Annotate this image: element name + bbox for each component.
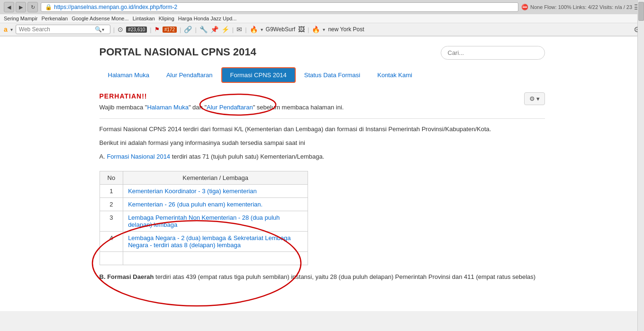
row1-link[interactable]: Kementerian Koordinator - 3 (tiga) kemen…: [128, 188, 257, 195]
toolbar-dropdown[interactable]: ▾: [10, 27, 13, 32]
page-wrapper: PORTAL NASIONAL CPNS 2014 Halaman Muka A…: [0, 36, 644, 311]
table-row-empty: [100, 252, 308, 265]
paragraph1: Formasi Nasional CPNS 2014 terdiri dari …: [100, 125, 545, 134]
browser-icons: ⛔ None Flow: 100% Links: 4/22 Visits: n/…: [521, 3, 640, 11]
nav-buttons: ◀ ▶ ↻: [4, 2, 38, 12]
tab-status-data[interactable]: Status Data Formasi: [296, 68, 369, 82]
section-a-text: A. Formasi Nasional 2014 terdiri atas 71…: [100, 152, 545, 162]
toolbar-puzzle-icon[interactable]: 🔧: [200, 26, 208, 33]
page-search-input[interactable]: [441, 46, 545, 60]
forward-button[interactable]: ▶: [16, 2, 26, 12]
new-york-post-label[interactable]: new York Post: [328, 26, 364, 33]
table-row: 2 Kementerian - 26 (dua puluh enam) keme…: [100, 198, 308, 211]
section-b-content: terdiri atas 439 (empat ratus tiga puluh…: [155, 273, 535, 280]
row3-label: Lembaga Pemerintah Non Kementerian - 28 …: [123, 211, 308, 232]
attention-text: Wajib membaca "Halaman Muka" dan "Alur P…: [100, 104, 545, 111]
toolbar-row: a ▾ 🔍 ▾ | ⊙ #23,610 | ⚑ #172 | 🔗 | 🔧 📌 ⚡…: [0, 23, 644, 36]
bookmarks-bar: Sering Mampir Perkenalan Google Adsense …: [0, 14, 644, 23]
toolbar-image-icon[interactable]: 🖼: [298, 26, 305, 33]
toolbar-circle-icon[interactable]: ⊙: [118, 26, 123, 33]
tab-formasi-cpns[interactable]: Formasi CPNS 2014: [221, 67, 296, 83]
bookmark-sering-mampir[interactable]: Sering Mampir: [4, 16, 38, 21]
row3-link[interactable]: Lembaga Pemerintah Non Kementerian - 28 …: [128, 214, 280, 228]
back-button[interactable]: ◀: [4, 2, 14, 12]
paragraph2: Berikut ini adalah formasi yang informas…: [100, 138, 545, 148]
row2-label: Kementerian - 26 (dua puluh enam) kement…: [123, 198, 308, 211]
bookmark-honda[interactable]: Harga Honda Jazz Upd...: [178, 16, 237, 21]
flow-info: None Flow: 100% Links: 4/22 Visits: n/a …: [530, 4, 632, 10]
refresh-button[interactable]: ↻: [27, 2, 38, 12]
toolbar-flash-icon[interactable]: ⚡: [221, 26, 229, 33]
table-row: 4 Lembaga Negara - 2 (dua) lembaga & Sek…: [100, 232, 308, 252]
row1-label: Kementerian Koordinator - 3 (tiga) kemen…: [123, 185, 308, 198]
toolbar-fire2-icon[interactable]: 🔥: [312, 26, 320, 33]
divider1: [100, 118, 545, 119]
web-search-input[interactable]: [19, 26, 95, 33]
link-halaman-muka[interactable]: Halaman Muka: [147, 104, 188, 111]
table-row: 1 Kementerian Koordinator - 3 (tiga) kem…: [100, 185, 308, 198]
row2-no: 2: [100, 198, 123, 211]
toolbar-dropdown2[interactable]: ▾: [261, 27, 263, 32]
link-alur-pendaftaran[interactable]: Alur Pendaftaran: [207, 104, 253, 111]
security-indicator: ⛔: [521, 4, 528, 10]
page-header: PORTAL NASIONAL CPNS 2014: [100, 46, 545, 60]
table-header-row: No Kementerian / Lembaga: [100, 171, 308, 185]
page-title: PORTAL NASIONAL CPNS 2014: [100, 46, 256, 58]
row2-link[interactable]: Kementerian - 26 (dua puluh enam) kement…: [128, 201, 263, 208]
tab-kontak-kami[interactable]: Kontak Kami: [369, 68, 421, 82]
table-row: 3 Lembaga Pemerintah Non Kementerian - 2…: [100, 211, 308, 232]
section-a-prefix: A.: [100, 153, 105, 160]
ssl-icon: 🔒: [45, 4, 52, 10]
badge-count2: #172: [163, 27, 177, 33]
row3-no: 3: [100, 211, 123, 232]
bookmark-lintaskan[interactable]: Lintaskan: [133, 16, 155, 21]
row4-label: Lembaga Negara - 2 (dua) lembaga & Sekre…: [123, 232, 308, 252]
attention-section: PERHATIAN!! Wajib membaca "Halaman Muka"…: [100, 92, 545, 111]
toolbar-sep1: |: [113, 26, 115, 33]
row4-link[interactable]: Lembaga Negara - 2 (dua) lembaga & Sekre…: [128, 234, 290, 249]
scrollbar[interactable]: [637, 0, 644, 311]
attention-title: PERHATIAN!!: [100, 92, 545, 100]
bookmark-google-adsense[interactable]: Google Adsense Mone...: [72, 16, 128, 21]
tab-halaman-muka[interactable]: Halaman Muka: [100, 68, 158, 82]
section-b-text: B. Formasi Daerah terdiri atas 439 (empa…: [100, 272, 545, 282]
toolbar-fire-icon[interactable]: 🔥: [250, 26, 258, 33]
address-bar[interactable]: 🔒 https://panselnas.menpan.go.id/index.p…: [41, 2, 518, 12]
table-container: No Kementerian / Lembaga 1 Kementerian K…: [100, 171, 308, 265]
toolbar-flag-icon[interactable]: ⚑: [154, 26, 160, 33]
gear-button[interactable]: ⚙ ▾: [524, 92, 545, 105]
toolbar-mail-icon[interactable]: ✉: [236, 26, 242, 33]
formasi-daerah-label: Formasi Daerah: [107, 273, 154, 280]
gear-dropdown-icon: ▾: [536, 95, 540, 102]
search-icon[interactable]: 🔍: [95, 26, 102, 33]
scrollbar-thumb[interactable]: [638, 2, 644, 21]
toolbar-sep7: |: [308, 26, 309, 33]
toolbar-sep5: |: [232, 26, 234, 33]
badge-count1: #23,610: [126, 27, 147, 33]
nav-tabs: Halaman Muka Alur Pendaftaran Formasi CP…: [100, 67, 545, 83]
toolbar-sep2: |: [150, 26, 151, 33]
toolbar-sep6: |: [245, 26, 246, 33]
toolbar-dropdown3[interactable]: ▾: [323, 27, 325, 32]
toolbar-sep4: |: [195, 26, 196, 33]
gear-icon: ⚙: [529, 95, 535, 102]
g9websurf-label[interactable]: G9WebSurf: [266, 26, 295, 33]
col-no: No: [100, 171, 123, 185]
toolbar-bookmark-icon[interactable]: 📌: [210, 26, 218, 33]
section-a-suffix: terdiri atas 71 (tujuh puluh satu) Kemen…: [172, 153, 325, 160]
formasi-nasional-link[interactable]: Formasi Nasional 2014: [107, 153, 170, 160]
section-b-strong: B. Formasi Daerah: [100, 273, 154, 280]
amazon-icon[interactable]: a: [4, 26, 8, 33]
web-search-box[interactable]: 🔍 ▾: [16, 25, 110, 34]
search-dropdown-icon[interactable]: ▾: [102, 27, 104, 32]
bookmark-kliping[interactable]: Kliping: [159, 16, 174, 21]
toolbar-chain-icon[interactable]: 🔗: [184, 26, 192, 33]
tab-alur-pendaftaran[interactable]: Alur Pendaftaran: [158, 68, 221, 82]
bookmark-perkenalan[interactable]: Perkenalan: [42, 16, 68, 21]
toolbar-sep3: |: [180, 26, 181, 33]
title-bar: ◀ ▶ ↻ 🔒 https://panselnas.menpan.go.id/i…: [0, 0, 644, 14]
url-text: https://panselnas.menpan.go.id/index.php…: [54, 4, 514, 10]
browser-chrome: ◀ ▶ ↻ 🔒 https://panselnas.menpan.go.id/i…: [0, 0, 644, 36]
col-kementerian: Kementerian / Lembaga: [123, 171, 308, 185]
row1-no: 1: [100, 185, 123, 198]
